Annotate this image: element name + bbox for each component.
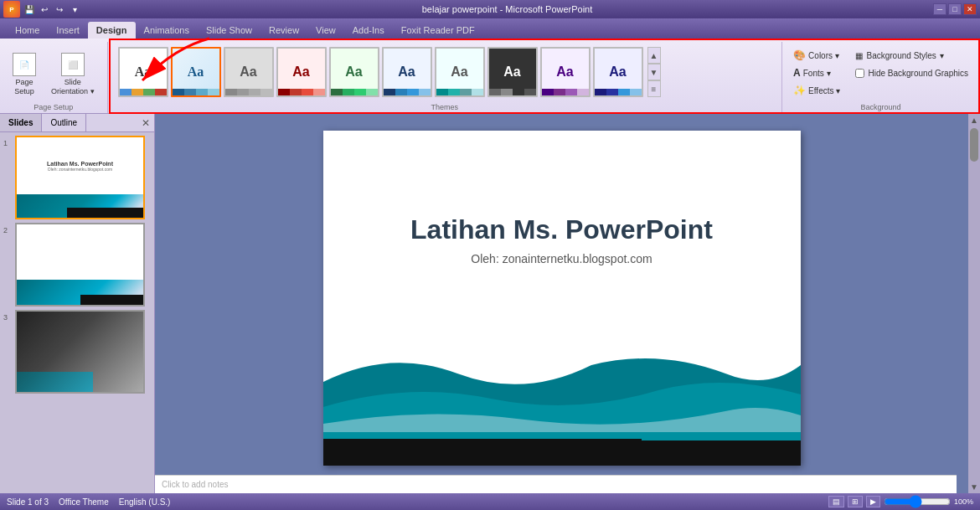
slide-info: Slide 1 of 3 — [7, 497, 49, 507]
themes-scroll-up-btn[interactable]: ▲ — [647, 47, 661, 64]
slide-item-1[interactable]: 1 Latihan Ms. PowerPoint Oleh: zonainter… — [3, 136, 151, 219]
undo-quick-btn[interactable]: ↩ — [38, 3, 51, 16]
slide-number-1: 1 — [3, 139, 12, 147]
main-slide-area: Latihan Ms. PowerPoint Oleh: zonainterne… — [155, 114, 968, 493]
minimize-button[interactable]: ─ — [933, 3, 946, 15]
ribbon-wrapper: 📄 PageSetup ⬜ SlideOrientation ▾ Page Se… — [0, 39, 980, 114]
tab-slideshow[interactable]: Slide Show — [198, 22, 260, 39]
colors-button[interactable]: 🎨 Colors ▾ — [789, 47, 844, 64]
lang-info: English (U.S.) — [119, 497, 171, 507]
effects-icon: ✨ — [793, 85, 806, 96]
slide-item-3[interactable]: 3 — [3, 310, 151, 394]
theme-thumb-1[interactable]: Aa — [118, 47, 168, 97]
ribbon-section-background: 🎨 Colors ▾ A Fonts ▾ ✨ Effects ▾ — [782, 42, 980, 113]
theme-thumb-3[interactable]: Aa — [224, 47, 274, 97]
tab-addins[interactable]: Add-Ins — [344, 22, 393, 39]
tab-home[interactable]: Home — [7, 22, 48, 39]
slidesorter-btn[interactable]: ⊞ — [848, 496, 863, 507]
bg-styles-label: Background Styles — [866, 51, 936, 60]
theme-thumb-4[interactable]: Aa — [276, 47, 327, 97]
page-setup-icon: 📄 — [13, 53, 36, 76]
bg-styles-dropdown-icon: ▾ — [940, 51, 944, 60]
main-area: Slides Outline ✕ 1 Latihan Ms. PowerPoin… — [0, 114, 980, 493]
slide-item-2[interactable]: 2 — [3, 223, 151, 307]
slide-orientation-icon: ⬜ — [61, 53, 85, 76]
slides-tab[interactable]: Slides — [0, 114, 42, 131]
office-logo-icon: P — [3, 1, 20, 18]
slide-thumb-3 — [15, 310, 145, 394]
close-button[interactable]: ✕ — [963, 3, 977, 15]
page-setup-buttons: 📄 PageSetup ⬜ SlideOrientation ▾ — [7, 49, 101, 100]
fonts-dropdown-icon: ▾ — [827, 69, 831, 78]
effects-button[interactable]: ✨ Effects ▾ — [789, 82, 844, 99]
tab-design[interactable]: Design — [88, 22, 136, 39]
theme-thumb-8[interactable]: Aa — [487, 47, 538, 97]
save-quick-btn[interactable]: 💾 — [23, 3, 36, 16]
themes-scroll-controls: ▲ ▼ ≡ — [647, 47, 661, 97]
maximize-button[interactable]: □ — [948, 3, 962, 15]
themes-scroll-down-btn[interactable]: ▼ — [647, 64, 661, 80]
theme-thumb-9[interactable]: Aa — [540, 47, 591, 97]
scroll-up-btn[interactable]: ▲ — [970, 116, 978, 125]
normal-view-btn[interactable]: ▤ — [828, 496, 844, 507]
hide-background-button[interactable]: Hide Background Graphics — [851, 66, 972, 80]
svg-rect-2 — [323, 439, 642, 466]
tab-foxit[interactable]: Foxit Reader PDF — [393, 22, 483, 39]
page-setup-button[interactable]: 📄 PageSetup — [7, 49, 42, 100]
theme-thumb-5[interactable]: Aa — [329, 47, 379, 97]
tab-view[interactable]: View — [307, 22, 344, 39]
theme-info: Office Theme — [59, 497, 109, 507]
theme-thumb-2[interactable]: Aa — [171, 47, 221, 97]
slide-thumb-1: Latihan Ms. PowerPoint Oleh: zonainterne… — [15, 136, 145, 219]
redo-quick-btn[interactable]: ↪ — [53, 3, 66, 16]
fonts-button[interactable]: A Fonts ▾ — [789, 64, 844, 81]
slide1-subtitle: Oleh: zonainternetku.blogspot.com — [48, 167, 112, 172]
page-setup-section-label: Page Setup — [0, 103, 107, 111]
notes-bar[interactable]: Click to add notes — [155, 475, 957, 493]
theme-thumb-10[interactable]: Aa — [593, 47, 643, 97]
themes-section-label: Themes — [108, 103, 782, 111]
hide-bg-label: Hide Background Graphics — [868, 69, 968, 78]
slide-main-subtitle: Oleh: zonainternetku.blogspot.com — [471, 252, 652, 265]
slide-canvas[interactable]: Latihan Ms. PowerPoint Oleh: zonainterne… — [323, 131, 801, 466]
page-setup-label: PageSetup — [14, 78, 34, 96]
themes-row: Aa Aa — [115, 47, 776, 97]
slideshow-btn[interactable]: ▶ — [866, 496, 880, 507]
scroll-down-btn[interactable]: ▼ — [970, 482, 978, 492]
colors-swatch-icon: 🎨 — [793, 49, 806, 61]
ribbon-section-themes: Aa Aa — [108, 42, 783, 113]
tab-insert[interactable]: Insert — [48, 22, 88, 39]
slide-main-wave — [323, 348, 801, 466]
fonts-icon: A — [793, 67, 801, 79]
bg-style-controls: ▦ Background Styles ▾ Hide Background Gr… — [851, 49, 972, 80]
qa-dropdown-btn[interactable]: ▾ — [68, 3, 81, 16]
quick-access-toolbar: 💾 ↩ ↪ ▾ — [23, 3, 81, 16]
slide-orientation-button[interactable]: ⬜ SlideOrientation ▾ — [45, 49, 101, 100]
theme-thumb-7[interactable]: Aa — [435, 47, 485, 97]
slide-panel-close-btn[interactable]: ✕ — [137, 114, 154, 131]
ribbon-tabs: Home Insert Design Animations Slide Show… — [0, 18, 980, 39]
zoom-level: 100% — [954, 497, 973, 506]
window-controls: ─ □ ✕ — [933, 3, 977, 15]
slide-list: 1 Latihan Ms. PowerPoint Oleh: zonainter… — [0, 132, 154, 493]
slide-panel-tabs: Slides Outline ✕ — [0, 114, 154, 132]
outline-tab[interactable]: Outline — [42, 114, 86, 131]
ribbon: 📄 PageSetup ⬜ SlideOrientation ▾ Page Se… — [0, 39, 980, 114]
notes-placeholder: Click to add notes — [162, 480, 229, 489]
colors-dropdown-icon: ▾ — [835, 51, 839, 60]
tab-animations[interactable]: Animations — [136, 22, 198, 39]
effects-label: Effects — [808, 86, 833, 95]
tab-review[interactable]: Review — [260, 22, 307, 39]
zoom-slider[interactable] — [884, 495, 951, 508]
slide-number-3: 3 — [3, 313, 12, 322]
slide-panel: Slides Outline ✕ 1 Latihan Ms. PowerPoin… — [0, 114, 155, 493]
theme-thumb-6[interactable]: Aa — [382, 47, 432, 97]
hide-bg-checkbox[interactable] — [855, 69, 864, 78]
slide-orientation-label: SlideOrientation ▾ — [51, 78, 95, 96]
background-styles-button[interactable]: ▦ Background Styles ▾ — [851, 49, 972, 63]
slide-main-content: Latihan Ms. PowerPoint Oleh: zonainterne… — [323, 131, 801, 348]
slide3-accent — [17, 372, 93, 392]
scrollbar-thumb[interactable] — [970, 128, 978, 162]
themes-more-btn[interactable]: ≡ — [647, 80, 661, 97]
vertical-scrollbar[interactable]: ▲ ▼ — [968, 114, 980, 493]
